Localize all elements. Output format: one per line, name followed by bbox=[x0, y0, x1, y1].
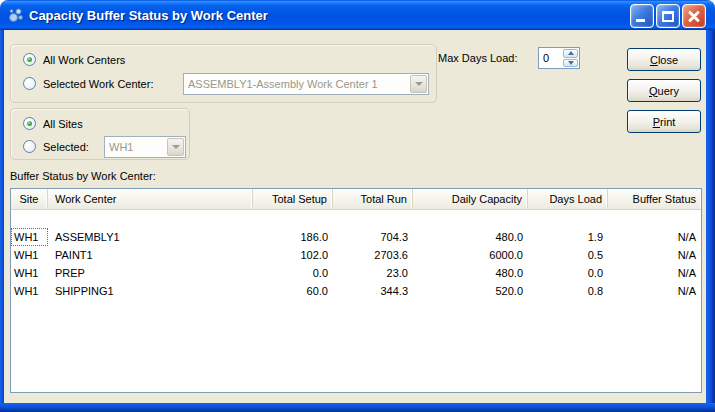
selected-work-center-label: Selected Work Center: bbox=[43, 78, 153, 90]
window-border-bottom bbox=[0, 403, 715, 412]
minimize-icon bbox=[636, 19, 645, 22]
table-row: WH1 SHIPPING1 60.0 344.3 520.0 0.8 N/A bbox=[11, 282, 701, 300]
radio-selected-icon[interactable] bbox=[23, 53, 36, 66]
query-button-label: Query bbox=[649, 81, 679, 101]
radio-all-work-centers[interactable]: All Work Centers bbox=[23, 53, 125, 66]
close-button[interactable]: Close bbox=[627, 48, 701, 71]
work-center-combobox-value: ASSEMBLY1-Assembly Work Center 1 bbox=[188, 78, 410, 90]
cell-total-setup[interactable] bbox=[253, 210, 333, 228]
table-row-template bbox=[11, 210, 701, 228]
site-combobox-value: WH1 bbox=[109, 141, 167, 153]
cell-daily-capacity[interactable] bbox=[413, 210, 528, 228]
print-button[interactable]: Print bbox=[627, 110, 701, 133]
cell-total-setup[interactable]: 186.0 bbox=[253, 228, 333, 246]
query-button[interactable]: Query bbox=[627, 79, 701, 102]
grid-header-row: Site Work Center Total Setup Total Run D… bbox=[11, 189, 701, 210]
cell-daily-capacity[interactable]: 6000.0 bbox=[413, 246, 528, 264]
cell-days-load[interactable]: 0.5 bbox=[528, 246, 608, 264]
close-button-label: Close bbox=[650, 50, 678, 70]
table-row: WH1 PREP 0.0 23.0 480.0 0.0 N/A bbox=[11, 264, 701, 282]
cell-daily-capacity[interactable]: 520.0 bbox=[413, 282, 528, 300]
cell-total-run[interactable]: 704.3 bbox=[333, 228, 413, 246]
radio-selected-site[interactable]: Selected: bbox=[23, 140, 89, 153]
cell-total-run[interactable]: 23.0 bbox=[333, 264, 413, 282]
radio-all-sites[interactable]: All Sites bbox=[23, 117, 83, 130]
dialog-window: Capacity Buffer Status by Work Center Al… bbox=[0, 0, 715, 412]
all-sites-label: All Sites bbox=[43, 118, 83, 130]
column-header-daily-capacity[interactable]: Daily Capacity bbox=[413, 189, 528, 209]
cell-work-center[interactable]: ASSEMBLY1 bbox=[48, 228, 253, 246]
buffer-status-grid: Site Work Center Total Setup Total Run D… bbox=[10, 188, 702, 393]
column-header-days-load[interactable]: Days Load bbox=[528, 189, 608, 209]
column-header-buffer-status[interactable]: Buffer Status bbox=[608, 189, 701, 209]
work-center-groupbox: All Work Centers Selected Work Center: A… bbox=[10, 44, 437, 103]
spinner-buttons bbox=[563, 49, 578, 67]
cell-buffer-status[interactable]: N/A bbox=[608, 228, 701, 246]
cell-days-load[interactable] bbox=[528, 210, 608, 228]
radio-selected-work-center[interactable]: Selected Work Center: bbox=[23, 77, 153, 90]
cell-total-setup[interactable]: 0.0 bbox=[253, 264, 333, 282]
table-row: WH1 PAINT1 102.0 2703.6 6000.0 0.5 N/A bbox=[11, 246, 701, 264]
max-days-load-spinner[interactable]: 0 bbox=[538, 47, 580, 69]
cell-buffer-status[interactable]: N/A bbox=[608, 282, 701, 300]
cell-buffer-status[interactable]: N/A bbox=[608, 264, 701, 282]
cell-daily-capacity[interactable]: 480.0 bbox=[413, 264, 528, 282]
site-combobox-dropdown-button bbox=[167, 138, 184, 156]
site-groupbox: All Sites Selected: WH1 bbox=[10, 108, 190, 160]
cell-total-run[interactable]: 344.3 bbox=[333, 282, 413, 300]
cell-total-setup[interactable]: 60.0 bbox=[253, 282, 333, 300]
maximize-icon bbox=[662, 11, 674, 22]
table-row: WH1 ASSEMBLY1 186.0 704.3 480.0 1.9 N/A bbox=[11, 228, 701, 246]
work-center-combobox-dropdown-button bbox=[410, 75, 427, 93]
cell-work-center[interactable]: SHIPPING1 bbox=[48, 282, 253, 300]
spin-up-button[interactable] bbox=[563, 49, 578, 58]
chevron-down-icon bbox=[415, 82, 423, 86]
cell-daily-capacity[interactable]: 480.0 bbox=[413, 228, 528, 246]
close-window-button[interactable] bbox=[682, 4, 706, 28]
cell-site[interactable]: WH1 bbox=[11, 282, 48, 300]
window-controls bbox=[630, 4, 706, 28]
print-button-label: Print bbox=[653, 112, 676, 132]
cell-days-load[interactable]: 0.0 bbox=[528, 264, 608, 282]
column-header-site[interactable]: Site bbox=[11, 189, 48, 209]
dialog-client-area: All Work Centers Selected Work Center: A… bbox=[4, 30, 706, 403]
cell-site[interactable]: WH1 bbox=[11, 228, 48, 246]
cell-site[interactable]: WH1 bbox=[11, 246, 48, 264]
minimize-button[interactable] bbox=[630, 4, 654, 28]
window-border-right bbox=[706, 30, 715, 412]
work-center-combobox: ASSEMBLY1-Assembly Work Center 1 bbox=[183, 73, 429, 95]
cell-work-center[interactable]: PREP bbox=[48, 264, 253, 282]
arrow-down-icon bbox=[568, 61, 574, 65]
title-bar[interactable]: Capacity Buffer Status by Work Center bbox=[0, 0, 715, 30]
site-combobox: WH1 bbox=[104, 136, 186, 158]
spin-down-button[interactable] bbox=[563, 59, 578, 68]
cell-buffer-status[interactable]: N/A bbox=[608, 246, 701, 264]
arrow-up-icon bbox=[568, 51, 574, 55]
cell-site[interactable] bbox=[11, 210, 48, 228]
grid-caption: Buffer Status by Work Center: bbox=[10, 170, 156, 182]
cell-days-load[interactable]: 1.9 bbox=[528, 228, 608, 246]
cell-total-setup[interactable]: 102.0 bbox=[253, 246, 333, 264]
all-work-centers-label: All Work Centers bbox=[43, 54, 125, 66]
maximize-button[interactable] bbox=[656, 4, 680, 28]
cell-work-center[interactable]: PAINT1 bbox=[48, 246, 253, 264]
cell-total-run[interactable]: 2703.6 bbox=[333, 246, 413, 264]
max-days-load-label: Max Days Load: bbox=[438, 52, 517, 64]
column-header-total-run[interactable]: Total Run bbox=[333, 189, 413, 209]
column-header-work-center[interactable]: Work Center bbox=[48, 189, 253, 209]
window-title: Capacity Buffer Status by Work Center bbox=[29, 8, 268, 23]
app-molecule-icon bbox=[8, 7, 24, 23]
cell-total-run[interactable] bbox=[333, 210, 413, 228]
max-days-load-value[interactable]: 0 bbox=[539, 48, 563, 68]
radio-unselected-icon[interactable] bbox=[23, 77, 36, 90]
column-header-total-setup[interactable]: Total Setup bbox=[253, 189, 333, 209]
cell-work-center[interactable] bbox=[48, 210, 253, 228]
cell-days-load[interactable]: 0.8 bbox=[528, 282, 608, 300]
radio-selected-icon[interactable] bbox=[23, 117, 36, 130]
radio-unselected-icon[interactable] bbox=[23, 140, 36, 153]
cell-site[interactable]: WH1 bbox=[11, 264, 48, 282]
chevron-down-icon bbox=[172, 145, 180, 149]
selected-site-label: Selected: bbox=[43, 141, 89, 153]
cell-buffer-status[interactable] bbox=[608, 210, 701, 228]
